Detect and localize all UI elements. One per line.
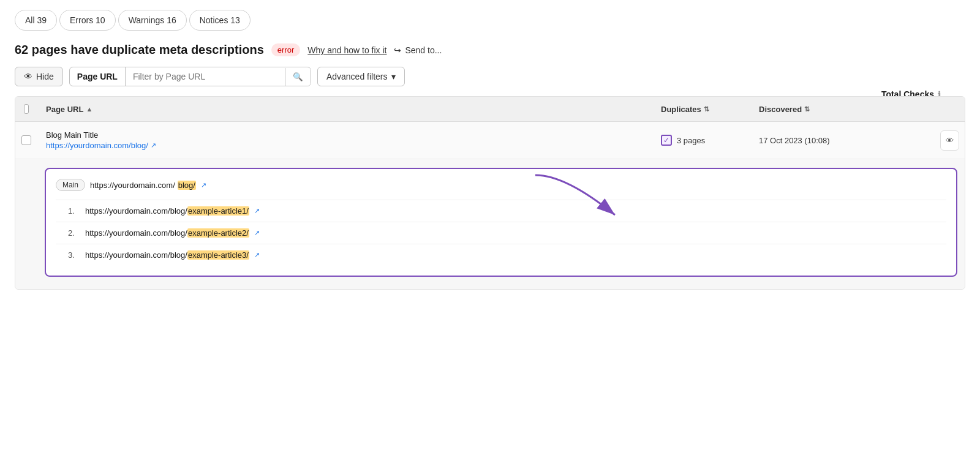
tab-bar: All 39 Errors 10 Warnings 16 Notices 13 <box>15 10 965 31</box>
sort-page-url-icon: ▲ <box>86 105 92 113</box>
tab-warnings-label: Warnings <box>129 15 165 25</box>
url-filter-group: Page URL 🔍 <box>69 67 311 86</box>
tab-warnings-count: 16 <box>167 15 176 25</box>
discovered-date: 17 Oct 2023 (10:08) <box>759 136 830 145</box>
advanced-filters-label: Advanced filters <box>326 72 388 81</box>
dup-item-2-url: https://yourdomain.com/blog/example-arti… <box>85 228 249 238</box>
results-table: Page URL ▲ Duplicates ⇅ Discovered ⇅ Blo… <box>15 96 965 290</box>
send-to-button[interactable]: ↪ Send to... <box>394 45 442 55</box>
header-checkbox[interactable] <box>24 104 29 114</box>
row-checkbox[interactable] <box>21 135 31 145</box>
dup-item-2-highlight: example-article2/ <box>187 228 249 238</box>
expanded-duplicates-panel: Main https://yourdomain.com/blog/ ↗ 1. h… <box>45 168 957 277</box>
page-url-text: https://yourdomain.com/blog/ <box>46 141 148 150</box>
main-url-ext-icon[interactable]: ↗ <box>201 181 206 189</box>
url-filter-input[interactable] <box>126 67 285 86</box>
search-icon: 🔍 <box>293 72 303 81</box>
issue-title: 62 pages have duplicate meta description… <box>15 43 264 57</box>
row-eye-icon: 👁 <box>946 136 954 145</box>
duplicates-expand-checkbox[interactable]: ✓ <box>661 135 672 146</box>
tab-errors-count: 10 <box>96 15 105 25</box>
tab-warnings[interactable]: Warnings 16 <box>118 10 187 31</box>
tab-all-count: 39 <box>37 15 47 25</box>
eye-icon: 👁 <box>24 72 32 81</box>
url-filter-label: Page URL <box>70 67 126 86</box>
tab-notices-label: Notices <box>200 15 228 25</box>
row-duplicates-cell: ✓ 3 pages <box>652 122 750 159</box>
send-to-arrow-icon: ↪ <box>394 45 401 55</box>
main-url-row: Main https://yourdomain.com/blog/ ↗ <box>56 179 946 191</box>
row-page-url-cell: Blog Main Title https://yourdomain.com/b… <box>37 122 652 159</box>
row-actions-cell: 👁 <box>934 122 965 159</box>
chevron-down-icon: ▾ <box>391 72 396 81</box>
header-checkbox-cell <box>15 97 37 121</box>
dup-item-2: 2. https://yourdomain.com/blog/example-a… <box>56 222 946 244</box>
table-row: Blog Main Title https://yourdomain.com/b… <box>15 122 965 159</box>
main-url-highlight: blog/ <box>178 181 196 190</box>
col-duplicates-label: Duplicates <box>661 105 701 114</box>
col-discovered-label: Discovered <box>759 105 802 114</box>
dup-item-2-ext-icon[interactable]: ↗ <box>254 229 260 237</box>
dup-item-1-ext-icon[interactable]: ↗ <box>254 207 260 215</box>
row-checkbox-cell[interactable] <box>15 122 37 159</box>
row-discovered-cell: 17 Oct 2023 (10:08) <box>750 122 934 159</box>
main-url-text: https://yourdomain.com/blog/ <box>90 181 196 190</box>
external-link-icon: ↗ <box>151 141 156 149</box>
hide-button[interactable]: 👁 Hide <box>15 67 63 86</box>
sort-duplicates-icon: ⇅ <box>704 105 709 113</box>
page-title: Blog Main Title <box>46 130 98 140</box>
duplicates-count: 3 pages <box>677 136 705 145</box>
dup-item-3-highlight: example-article3/ <box>187 250 249 260</box>
search-button[interactable]: 🔍 <box>285 68 311 86</box>
tab-notices-count: 13 <box>230 15 240 25</box>
tab-all[interactable]: All 39 <box>15 10 57 31</box>
col-page-url-header[interactable]: Page URL ▲ <box>37 97 652 121</box>
tab-errors-label: Errors <box>70 15 93 25</box>
issue-header: 62 pages have duplicate meta description… <box>15 43 965 57</box>
dup-item-3-url: https://yourdomain.com/blog/example-arti… <box>85 250 249 260</box>
dup-item-1: 1. https://yourdomain.com/blog/example-a… <box>56 200 946 222</box>
dup-item-2-num: 2. <box>68 228 80 238</box>
dup-item-3-num: 3. <box>68 250 80 260</box>
dup-item-1-highlight: example-article1/ <box>187 206 249 216</box>
advanced-filters-button[interactable]: Advanced filters ▾ <box>317 67 405 86</box>
error-badge: error <box>271 43 300 56</box>
col-page-url-label: Page URL <box>46 105 83 114</box>
hide-label: Hide <box>36 72 54 81</box>
fix-link[interactable]: Why and how to fix it <box>307 45 386 55</box>
dup-item-3-ext-icon[interactable]: ↗ <box>254 251 260 259</box>
col-duplicates-header[interactable]: Duplicates ⇅ <box>652 97 750 121</box>
sort-discovered-icon: ⇅ <box>804 105 810 113</box>
dup-item-3: 3. https://yourdomain.com/blog/example-a… <box>56 244 946 266</box>
main-badge: Main <box>56 179 85 191</box>
dup-item-1-url: https://yourdomain.com/blog/example-arti… <box>85 206 249 216</box>
tab-all-label: All <box>25 15 35 25</box>
table-header: Page URL ▲ Duplicates ⇅ Discovered ⇅ <box>15 97 965 122</box>
expanded-section: Main https://yourdomain.com/blog/ ↗ 1. h… <box>15 159 965 289</box>
tab-errors[interactable]: Errors 10 <box>59 10 116 31</box>
col-discovered-header[interactable]: Discovered ⇅ <box>750 97 934 121</box>
dup-item-1-num: 1. <box>68 206 80 216</box>
page-url-link[interactable]: https://yourdomain.com/blog/ ↗ <box>46 141 156 150</box>
row-eye-button[interactable]: 👁 <box>940 130 959 151</box>
tab-notices[interactable]: Notices 13 <box>189 10 251 31</box>
filter-bar: 👁 Hide Page URL 🔍 Advanced filters ▾ <box>15 67 965 86</box>
send-to-label: Send to... <box>405 45 442 55</box>
col-actions-header <box>934 97 965 121</box>
